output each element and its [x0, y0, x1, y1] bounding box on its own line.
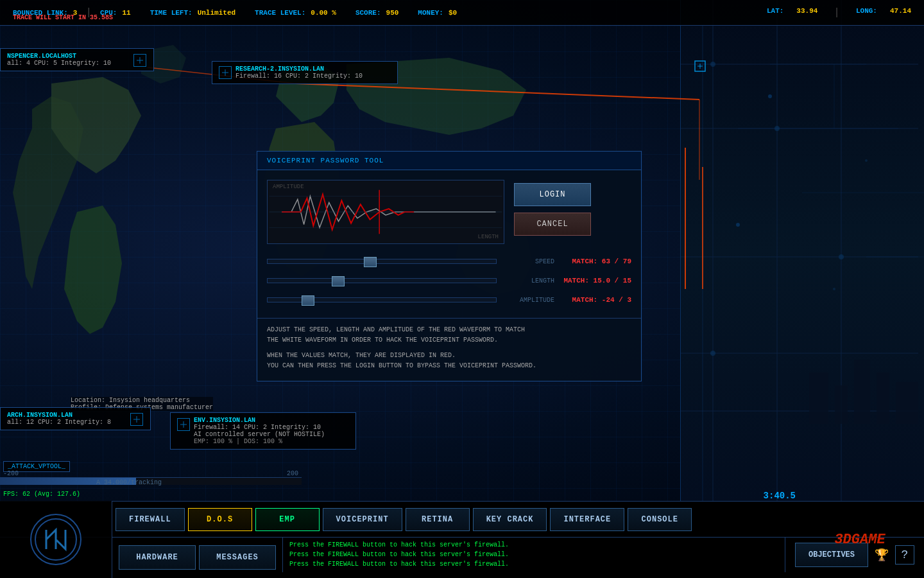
range-max: 200: [287, 470, 298, 477]
logo-left: [0, 501, 112, 578]
dialog-title: Voiceprint Password Tool: [267, 157, 384, 164]
messages-button[interactable]: Messages: [199, 545, 276, 570]
speed-match: MATCH: 63 / 79: [554, 258, 631, 265]
bottom-toolbar: Firewall D.O.S EMP Voiceprint Retina Key…: [0, 501, 924, 578]
firewall-button[interactable]: Firewall: [116, 508, 185, 531]
hardware-button[interactable]: Hardware: [119, 545, 196, 570]
money-value: $0: [449, 9, 457, 17]
amplitude-handle[interactable]: [302, 295, 314, 306]
sliders-section: Speed MATCH: 63 / 79 Length MATCH: 15.0 …: [257, 254, 641, 318]
length-slider-row: Length MATCH: 15.0 / 15: [267, 273, 631, 288]
node-env-ai: AI controlled server (NOT HOSTILE): [194, 431, 325, 438]
desc-line4: When the values match, they are displaye…: [267, 351, 631, 361]
node-spencer[interactable]: NSPENCER.LOCALHOST all: 4 CPU: 5 Integri…: [0, 48, 154, 71]
score-label: Score:: [355, 9, 381, 17]
amplitude-slider-row: Amplitude MATCH: -24 / 3: [267, 292, 631, 308]
node-arch-stats: all: 12 CPU: 2 Integrity: 8: [7, 419, 144, 426]
key-crack-button[interactable]: Key Crack: [473, 508, 547, 531]
lat-value: 33.94: [796, 7, 817, 19]
node-spencer-stats: all: 4 CPU: 5 Integrity: 10: [7, 60, 147, 67]
node-env-firewall: Firewall: 14 CPU: 2 Integrity: 10: [194, 424, 325, 431]
dialog-buttons: Login Cancel: [514, 180, 591, 244]
progress-labels: -200 200: [0, 470, 302, 477]
node-spencer-title: NSPENCER.LOCALHOST: [7, 53, 147, 60]
score-value: 950: [386, 9, 399, 17]
messages-area: Press the FIREWALL button to hack this s…: [282, 538, 785, 572]
research2-crosshair: [219, 66, 232, 79]
amplitude-match: MATCH: -24 / 3: [554, 296, 631, 304]
node-research2[interactable]: RESEARCH-2.INSYSION.LAN Firewall: 16 CPU…: [212, 61, 398, 84]
right-panel: [687, 26, 924, 501]
length-track[interactable]: [267, 278, 497, 283]
message-line-3: Press the FIREWALL button to hack this s…: [289, 559, 778, 569]
length-slider-label: Length: [503, 277, 554, 285]
lat-label: LAT:: [767, 7, 783, 19]
waveform-area: Amplitude Length: [267, 180, 504, 244]
toolbar-buttons-row: Firewall D.O.S EMP Voiceprint Retina Key…: [0, 502, 924, 537]
amplitude-track[interactable]: [267, 297, 497, 302]
cpu-value: 11: [122, 9, 130, 17]
waveform-svg: [268, 180, 504, 243]
hw-msg-section: Hardware Messages: [112, 538, 282, 572]
voiceprint-button[interactable]: Voiceprint: [323, 508, 402, 531]
desc-line1: Adjust the speed, length and amplitude o…: [267, 325, 631, 335]
node-spencer-crosshair: [133, 54, 148, 67]
trace-warning: Trace will start in 35.58s: [13, 14, 113, 21]
node-research2-title: RESEARCH-2.INSYSION.LAN: [235, 66, 363, 73]
console-button[interactable]: Console: [628, 508, 692, 531]
speed-handle[interactable]: [364, 257, 377, 267]
voiceprint-dialog: Voiceprint Password Tool Amplitude Lengt…: [257, 151, 642, 381]
long-value: 47.14: [890, 7, 911, 19]
range-min: -200: [3, 470, 19, 477]
speed-label: Speed: [503, 258, 554, 265]
desc-line5: You can then press the login button to b…: [267, 361, 631, 371]
length-handle[interactable]: [332, 276, 345, 286]
logo-circle: [30, 514, 81, 565]
dialog-title-bar: Voiceprint Password Tool: [257, 152, 641, 170]
logo-right: 3DGAME: [796, 501, 924, 578]
trace-level-section: Trace Level: 0.00 %: [255, 9, 336, 17]
toolbar-bottom-row: Hardware Messages Press the FIREWALL but…: [0, 537, 924, 572]
retina-button[interactable]: Retina: [406, 508, 470, 531]
top-status-bar: Bounced Link: 3 | CPU: 11 Time Left: Unl…: [0, 0, 924, 26]
waveform-display: Amplitude Length: [267, 180, 504, 244]
logo-icon: [33, 517, 78, 562]
message-line-2: Press the FIREWALL button to hack this s…: [289, 550, 778, 559]
top-right-stats: LAT: 33.94 | LONG: 47.14: [767, 7, 911, 19]
node-arch-title: ARCH.INSYSION.LAN: [7, 412, 144, 419]
dialog-content: Amplitude Length Login Ca: [257, 170, 641, 254]
node-env-emp: EMP: 100 % | DOS: 100 %: [194, 438, 325, 445]
time-section: Time Left: Unlimited: [150, 9, 235, 17]
speed-track[interactable]: [267, 259, 497, 264]
interface-button[interactable]: Interface: [550, 508, 624, 531]
money-label: Money:: [418, 9, 443, 17]
cancel-button[interactable]: Cancel: [514, 213, 591, 236]
desc-line2: the white waveform in order to hack the …: [267, 335, 631, 346]
amplitude-slider-label: Amplitude: [503, 297, 554, 304]
env-crosshair: [177, 418, 190, 431]
tracking-display: A 34.000/tracking: [96, 479, 162, 486]
node-arch[interactable]: ARCH.INSYSION.LAN all: 12 CPU: 2 Integri…: [0, 407, 151, 430]
dos-button[interactable]: D.O.S: [188, 508, 252, 531]
login-button[interactable]: Login: [514, 183, 591, 206]
length-match: MATCH: 15.0 / 15: [554, 277, 631, 285]
time-value: Unlimited: [198, 9, 235, 17]
node-arch-crosshair: [130, 413, 145, 426]
node-env[interactable]: ENV.INSYSION.LAN Firewall: 14 CPU: 2 Int…: [170, 412, 356, 450]
node-research2-firewall: Firewall: 16 CPU: 2 Integrity: 10: [235, 73, 363, 80]
score-section: Score: 950: [355, 9, 398, 17]
fps-display: FPS: 62 (Avg: 127.6): [3, 491, 80, 498]
game-logo: 3DGAME: [834, 532, 885, 548]
message-line-1: Press the FIREWALL button to hack this s…: [289, 540, 778, 550]
speed-slider-row: Speed MATCH: 63 / 79: [267, 254, 631, 269]
node-env-title: ENV.INSYSION.LAN: [194, 417, 325, 424]
trace-value: 0.00 %: [311, 9, 336, 17]
time-label: Time Left:: [150, 9, 193, 17]
trace-label: Trace Level:: [255, 9, 305, 17]
emp-button[interactable]: EMP: [255, 508, 320, 531]
description-section: Adjust the speed, length and amplitude o…: [257, 318, 641, 381]
long-label: LONG:: [856, 7, 877, 19]
money-section: Money: $0: [418, 9, 457, 17]
